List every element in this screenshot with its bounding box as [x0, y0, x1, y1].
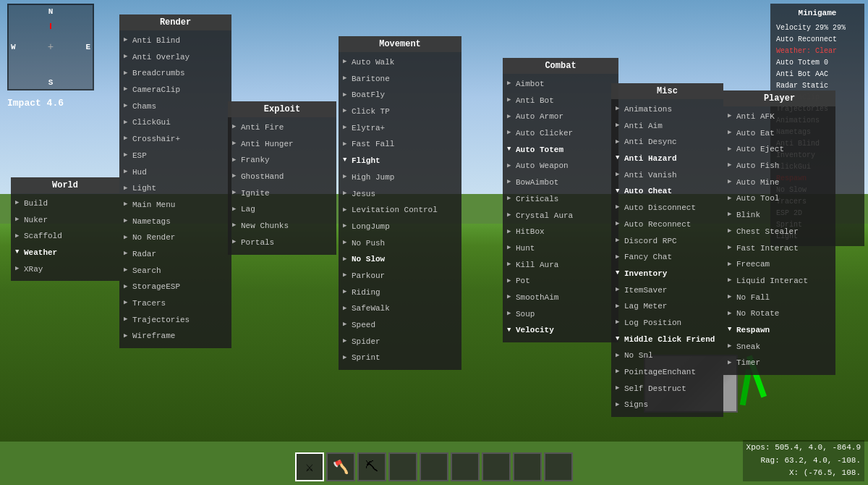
render-light[interactable]: Light: [119, 180, 231, 197]
world-weather[interactable]: Weather: [11, 245, 119, 261]
hotbar-slot-9[interactable]: [544, 452, 573, 481]
combat-antibot[interactable]: Anti Bot: [503, 93, 618, 109]
exploit-ghosthand[interactable]: GhostHand: [228, 169, 336, 185]
world-nuker[interactable]: Nuker: [11, 212, 119, 229]
misc-fancychat[interactable]: Fancy Chat: [611, 249, 723, 266]
render-esp[interactable]: ESP: [119, 148, 231, 164]
move-parkour[interactable]: Parkour: [339, 268, 461, 284]
move-riding[interactable]: Riding: [339, 284, 461, 301]
combat-killaura[interactable]: Kill Aura: [503, 257, 618, 274]
move-safewalk[interactable]: SafeWalk: [339, 300, 461, 317]
move-fastfall[interactable]: Fast Fall: [339, 136, 461, 153]
misc-lagmeter[interactable]: Lag Meter: [611, 298, 723, 315]
hotbar-slot-2[interactable]: 🪓: [326, 452, 355, 481]
combat-hunt[interactable]: Hunt: [503, 240, 618, 257]
world-scaffold[interactable]: Scaffold: [11, 228, 119, 245]
player-sneak[interactable]: Sneak: [723, 339, 835, 355]
player-autofish[interactable]: Auto Fish: [723, 158, 835, 174]
combat-velocity[interactable]: Velocity: [503, 322, 618, 339]
combat-pot[interactable]: Pot: [503, 273, 618, 290]
hotbar-slot-3[interactable]: ⛏: [357, 452, 386, 481]
world-xray[interactable]: XRay: [11, 261, 119, 278]
render-nametags[interactable]: Nametags: [119, 214, 231, 230]
render-wireframe[interactable]: Wireframe: [119, 328, 231, 345]
player-freecam[interactable]: Freecam: [723, 256, 835, 273]
combat-hitbox[interactable]: HitBox: [503, 224, 618, 240]
render-antiblind[interactable]: Anti Blind: [119, 33, 231, 49]
exploit-portals[interactable]: Portals: [228, 235, 336, 251]
move-boatfly[interactable]: BoatFly: [339, 87, 461, 104]
combat-autoclicker[interactable]: Auto Clicker: [503, 125, 618, 142]
player-fastinteract[interactable]: Fast Interact: [723, 240, 835, 257]
misc-itemsaver[interactable]: ItemSaver: [611, 282, 723, 299]
exploit-ignite[interactable]: Ignite: [228, 185, 336, 202]
exploit-franky[interactable]: Franky: [228, 152, 336, 169]
misc-selfdestruct[interactable]: Self Destruct: [611, 381, 723, 397]
player-respawn[interactable]: Respawn: [723, 322, 835, 339]
combat-criticals[interactable]: Criticals: [503, 191, 618, 208]
render-crosshair[interactable]: Crosshair+: [119, 131, 231, 148]
hotbar-slot-8[interactable]: [513, 452, 542, 481]
player-liquidinteract[interactable]: Liquid Interact: [723, 273, 835, 290]
player-norotate[interactable]: No Rotate: [723, 305, 835, 322]
move-sprint[interactable]: Sprint: [339, 350, 461, 366]
move-spider[interactable]: Spider: [339, 334, 461, 350]
render-radar[interactable]: Radar: [119, 246, 231, 263]
move-noslow[interactable]: No Slow: [339, 251, 461, 268]
move-elytra[interactable]: Elytra+: [339, 120, 461, 137]
misc-antihazard[interactable]: Anti Hazard: [611, 151, 723, 167]
move-nopush[interactable]: No Push: [339, 235, 461, 252]
move-baritone[interactable]: Baritone: [339, 71, 461, 88]
render-chams[interactable]: Chams: [119, 98, 231, 115]
world-build[interactable]: Build: [11, 195, 119, 212]
combat-aimbot[interactable]: Aimbot: [503, 76, 618, 93]
move-levitation[interactable]: Levitation Control: [339, 202, 461, 219]
render-search[interactable]: Search: [119, 263, 231, 279]
render-traj[interactable]: Trajectories: [119, 312, 231, 329]
move-highjump[interactable]: High Jump: [339, 169, 461, 186]
move-speed[interactable]: Speed: [339, 317, 461, 334]
move-autowalk[interactable]: Auto Walk: [339, 54, 461, 71]
combat-soup[interactable]: Soup: [503, 306, 618, 323]
misc-discordrpc[interactable]: Discord RPC: [611, 233, 723, 250]
render-storageesp[interactable]: StorageESP: [119, 279, 231, 295]
render-mainmenu[interactable]: Main Menu: [119, 197, 231, 214]
misc-autodisconnect[interactable]: Auto Disconnect: [611, 200, 723, 216]
exploit-antihunger[interactable]: Anti Hunger: [228, 136, 336, 153]
combat-smoothaim[interactable]: SmoothAim: [503, 290, 618, 306]
misc-nosnl[interactable]: No Snl: [611, 347, 723, 364]
player-autoeject[interactable]: Auto Eject: [723, 141, 835, 158]
exploit-newchunks[interactable]: New Chunks: [228, 218, 336, 235]
render-breadcrumbs[interactable]: Breadcrumbs: [119, 65, 231, 82]
render-cameraclip[interactable]: CameraClip: [119, 82, 231, 98]
hotbar-slot-6[interactable]: [451, 452, 480, 481]
combat-bowaimbot[interactable]: BowAimbot: [503, 174, 618, 191]
misc-pointageenchant[interactable]: PointageEnchant: [611, 364, 723, 381]
player-timer[interactable]: Timer: [723, 355, 835, 371]
render-tracers[interactable]: Tracers: [119, 295, 231, 312]
player-antiafk[interactable]: Anti AFK: [723, 109, 835, 125]
hotbar-slot-7[interactable]: [482, 452, 511, 481]
render-clickgui[interactable]: ClickGui: [119, 114, 231, 131]
player-blink[interactable]: Blink: [723, 207, 835, 224]
combat-autoweapon[interactable]: Auto Weapon: [503, 158, 618, 174]
misc-logpos[interactable]: Log Position: [611, 315, 723, 332]
misc-antidesync[interactable]: Anti Desync: [611, 134, 723, 151]
misc-inventory[interactable]: Inventory: [611, 266, 723, 282]
render-norender[interactable]: No Render: [119, 229, 231, 246]
player-automine[interactable]: Auto Mine: [723, 174, 835, 191]
hotbar-slot-1[interactable]: ⚔: [295, 452, 324, 481]
combat-autoarmor[interactable]: Auto Armor: [503, 109, 618, 125]
misc-signs[interactable]: Signs: [611, 397, 723, 413]
misc-middleclickfriend[interactable]: Middle Click Friend: [611, 332, 723, 348]
move-flight[interactable]: Flight: [339, 153, 461, 169]
render-hud[interactable]: Hud: [119, 164, 231, 181]
misc-antiaim[interactable]: Anti Aim: [611, 118, 723, 135]
misc-animations[interactable]: Animations: [611, 101, 723, 118]
move-jesus[interactable]: Jesus: [339, 186, 461, 203]
render-antioverlay[interactable]: Anti Overlay: [119, 49, 231, 66]
misc-autocheat[interactable]: Auto Cheat: [611, 183, 723, 200]
exploit-antifire[interactable]: Anti Fire: [228, 119, 336, 136]
exploit-lag[interactable]: Lag: [228, 201, 336, 218]
hotbar-slot-4[interactable]: [388, 452, 417, 481]
